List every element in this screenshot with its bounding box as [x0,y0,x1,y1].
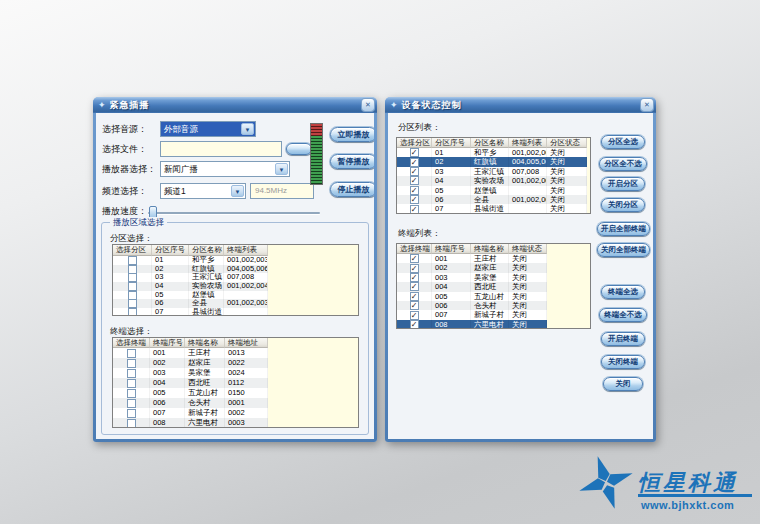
table-row[interactable]: 02红旗镇004,005,006 [113,265,268,274]
row-checkbox[interactable]: ✓ [410,158,419,167]
row-checkbox[interactable]: ✓ [410,195,419,204]
table-row[interactable]: 01和平乡001,002,003 [113,256,268,265]
table-row[interactable]: 03王家汇镇007,008 [113,273,268,282]
column-header[interactable]: 终端地址 [225,338,268,348]
table-row[interactable]: 04实验农场001,002,004 [113,282,268,291]
row-checkbox[interactable]: ✓ [410,254,419,263]
close-button[interactable]: 关闭 [603,377,643,391]
row-checkbox[interactable] [128,256,137,265]
table-row[interactable]: 001王庄村0013 [113,348,268,358]
table-row[interactable]: ✓001王庄村关闭 [397,254,547,263]
row-checkbox[interactable] [127,379,136,388]
row-checkbox[interactable] [127,419,136,428]
row-checkbox[interactable]: ✓ [410,292,419,301]
file-input[interactable] [160,141,282,157]
table-row[interactable]: ✓03王家汇镇007,008关闭 [397,167,587,176]
partition-select-all-button[interactable]: 分区全选 [601,135,645,149]
row-checkbox[interactable]: ✓ [410,186,419,195]
row-checkbox[interactable]: ✓ [410,311,419,320]
column-header[interactable]: 选择分区 [113,245,152,256]
stop-button[interactable]: 停止播放 [330,182,374,197]
column-header[interactable]: 终端名称 [185,338,225,348]
row-checkbox[interactable] [127,399,136,408]
row-checkbox[interactable] [128,282,137,291]
table-row[interactable]: 05赵堡镇 [113,291,268,300]
row-checkbox[interactable] [128,265,137,274]
table-row[interactable]: ✓02红旗镇004,005,006关闭 [397,157,587,166]
row-checkbox[interactable]: ✓ [410,264,419,273]
table-row[interactable]: 07县城街道 [113,308,268,316]
table-row[interactable]: 06全县001,002,003 [113,299,268,308]
emergency-window-titlebar[interactable]: ✦ 紧急插播 ✕ [93,97,377,113]
row-checkbox[interactable]: ✓ [410,273,419,282]
pause-button[interactable]: 暂停播放 [330,154,374,169]
row-checkbox[interactable]: ✓ [410,205,419,214]
close-icon[interactable]: ✕ [362,99,374,111]
table-row[interactable]: ✓07县城街道关闭 [397,204,587,213]
table-row[interactable]: 006仓头村0001 [113,398,268,408]
column-header[interactable]: 终端列表 [509,138,547,148]
speed-slider-track[interactable] [148,212,320,214]
row-checkbox[interactable] [127,409,136,418]
row-checkbox[interactable] [128,308,137,316]
column-header[interactable]: 终端名称 [471,244,509,254]
chevron-down-icon[interactable]: ▼ [275,163,288,175]
table-row[interactable]: ✓003吴家堡关闭 [397,273,547,282]
column-header[interactable]: 终端序号 [150,338,185,348]
close-terminal-button[interactable]: 关闭终端 [601,355,645,369]
column-header[interactable]: 选择分区 [397,138,432,148]
player-select[interactable]: 新闻广播 ▼ [160,161,290,177]
table-row[interactable]: ✓04实验农场001,002,004关闭 [397,176,587,185]
column-header[interactable]: 分区名称 [471,138,509,148]
chevron-down-icon[interactable]: ▼ [231,185,244,197]
row-checkbox[interactable]: ✓ [410,282,419,291]
row-checkbox[interactable] [127,349,136,358]
table-row[interactable]: ✓004西北旺关闭 [397,282,547,291]
device-window-titlebar[interactable]: ✦ 设备状态控制 ✕ [385,97,656,113]
row-checkbox[interactable]: ✓ [410,320,419,329]
row-checkbox[interactable] [128,273,137,282]
column-header[interactable]: 选择终端 [397,244,432,254]
row-checkbox[interactable]: ✓ [410,148,419,157]
column-header[interactable]: 终端列表 [224,245,268,256]
table-row[interactable]: 004西北旺0112 [113,378,268,388]
table-row[interactable]: 005五龙山村0150 [113,388,268,398]
row-checkbox[interactable] [127,389,136,398]
open-all-terminals-button[interactable]: 开启全部终端 [597,222,650,236]
play-now-button[interactable]: 立即播放 [330,127,374,142]
table-row[interactable]: ✓01和平乡001,002,003关闭 [397,148,587,157]
table-row[interactable]: ✓008六里电村关闭 [397,320,547,329]
table-row[interactable]: ✓05赵堡镇关闭 [397,186,587,195]
row-checkbox[interactable] [127,369,136,378]
table-row[interactable]: ✓005五龙山村关闭 [397,292,547,301]
column-header[interactable]: 分区序号 [432,138,471,148]
table-row[interactable]: 008六里电村0003 [113,418,268,428]
partition-deselect-all-button[interactable]: 分区全不选 [599,157,647,171]
column-header[interactable]: 分区序号 [152,245,189,256]
audio-source-select[interactable]: 外部音源 ▼ [160,121,256,137]
column-header[interactable]: 终端状态 [509,244,547,254]
row-checkbox[interactable]: ✓ [410,176,419,185]
table-row[interactable]: 002赵家庄0022 [113,358,268,368]
table-row[interactable]: ✓06全县001,002,003关闭 [397,195,587,204]
column-header[interactable]: 分区状态 [547,138,587,148]
browse-button[interactable] [286,143,312,155]
terminal-deselect-all-button[interactable]: 终端全不选 [599,308,647,322]
table-row[interactable]: ✓006仓头村关闭 [397,301,547,310]
column-header[interactable]: 终端序号 [432,244,471,254]
row-checkbox[interactable] [127,359,136,368]
close-icon[interactable]: ✕ [641,99,653,111]
table-row[interactable]: ✓002赵家庄关闭 [397,263,547,272]
close-all-terminals-button[interactable]: 关闭全部终端 [597,243,650,257]
row-checkbox[interactable] [128,299,137,308]
table-row[interactable]: 003吴家堡0024 [113,368,268,378]
column-header[interactable]: 分区名称 [189,245,224,256]
row-checkbox[interactable] [128,291,137,300]
open-partition-button[interactable]: 开启分区 [601,177,645,191]
chevron-down-icon[interactable]: ▼ [241,123,254,135]
terminal-select-all-button[interactable]: 终端全选 [601,285,645,299]
table-row[interactable]: 007新城子村0002 [113,408,268,418]
row-checkbox[interactable]: ✓ [410,167,419,176]
column-header[interactable]: 选择终端 [113,338,150,348]
table-row[interactable]: ✓007新城子村关闭 [397,310,547,319]
